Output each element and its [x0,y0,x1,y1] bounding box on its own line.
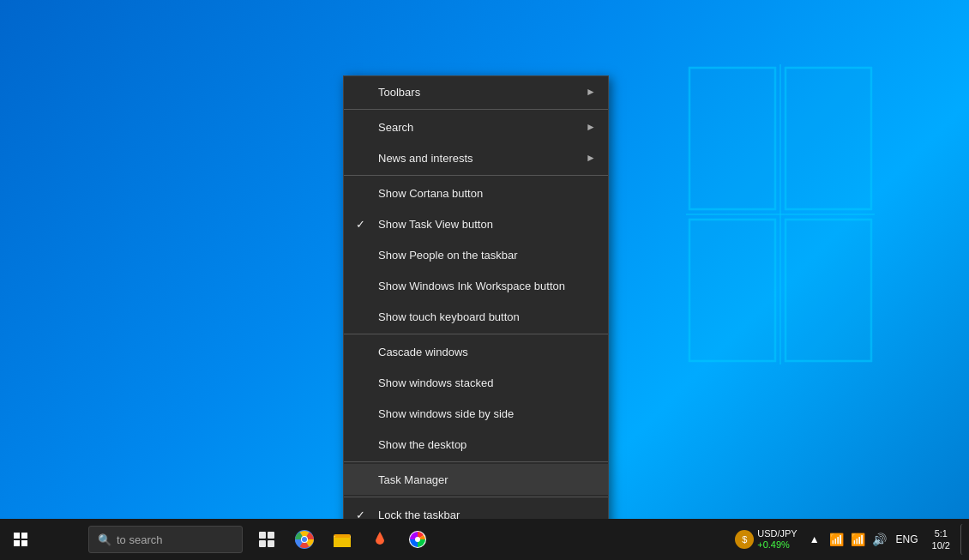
ticker-widget[interactable]: $ USD/JPY +0.49% [730,527,802,552]
language-selector[interactable]: ENG [893,532,922,547]
task-view-icon [258,531,275,548]
ticker-change: +0.49% [757,539,797,551]
context-menu: Toolbars ► Search ► News and interests ►… [343,75,609,560]
clock-date: 10/2 [932,539,950,551]
app-icon-4[interactable] [363,522,397,557]
separator-3 [344,334,608,334]
task-manager-label: Task Manager [378,473,448,486]
show-cortana-label: Show Cortana button [378,187,483,200]
taskbar: 🔍 to search [0,519,969,560]
ticker-symbol: USD/JPY [757,528,797,539]
svg-rect-2 [689,68,775,209]
menu-item-show-ink-workspace[interactable]: Show Windows Ink Workspace button [344,270,608,301]
news-interests-arrow: ► [586,152,596,164]
cascade-windows-label: Cascade windows [378,346,468,358]
search-placeholder: to search [117,533,162,546]
show-stacked-label: Show windows stacked [378,376,493,389]
show-side-by-side-label: Show windows side by side [378,407,514,420]
svg-point-19 [415,537,420,542]
file-explorer-icon[interactable] [325,522,359,557]
show-task-view-label: Show Task View button [378,218,493,231]
toolbars-label: Toolbars [378,86,420,99]
show-desktop-label: Show the desktop [378,438,466,451]
tray-icons: 📶 📶 🔊 [827,531,889,548]
news-interests-label: News and interests [378,152,473,165]
menu-item-show-touch-keyboard[interactable]: Show touch keyboard button [344,301,608,332]
app-icon-5[interactable] [400,522,435,557]
search-label: Search [378,121,413,134]
svg-rect-4 [689,220,775,361]
menu-item-show-desktop[interactable]: Show the desktop [344,429,608,460]
separator-2 [344,175,608,176]
search-arrow: ► [586,121,596,133]
menu-item-show-side-by-side[interactable]: Show windows side by side [344,398,608,429]
task-view-checkmark: ✓ [356,218,365,231]
volume-icon[interactable]: 🔊 [870,531,889,548]
svg-rect-17 [334,538,351,547]
search-icon: 🔍 [98,533,111,546]
network-wired-icon[interactable]: 📶 [827,531,846,548]
show-desktop-button[interactable] [960,524,966,555]
taskbar-search-bar[interactable]: 🔍 to search [88,526,243,553]
separator-1 [344,109,608,110]
separator-4 [344,461,608,462]
chrome-logo-icon [295,530,314,549]
system-tray: $ USD/JPY +0.49% ▲ 📶 📶 🔊 ENG 5:1 10/2 [730,524,969,555]
clock-time: 5:1 [935,527,948,539]
droplet-icon [370,530,389,549]
tray-overflow-button[interactable]: ▲ [806,532,823,547]
toolbars-arrow: ► [586,86,596,98]
svg-rect-5 [785,220,871,361]
wifi-icon[interactable]: 📶 [848,531,868,548]
show-touch-keyboard-label: Show touch keyboard button [378,310,520,323]
file-explorer-logo-icon [333,530,352,549]
svg-rect-6 [259,532,266,539]
language-label: ENG [896,533,918,545]
svg-rect-8 [259,540,266,547]
show-people-label: Show People on the taskbar [378,249,518,262]
show-ink-workspace-label: Show Windows Ink Workspace button [378,280,565,292]
svg-rect-3 [785,68,871,209]
menu-item-news-interests[interactable]: News and interests ► [344,142,608,173]
menu-item-show-stacked[interactable]: Show windows stacked [344,367,608,398]
menu-item-cascade-windows[interactable]: Cascade windows [344,336,608,367]
task-view-button[interactable] [250,522,284,557]
windows-logo-icon [14,533,27,546]
menu-item-toolbars[interactable]: Toolbars ► [344,76,608,107]
menu-item-search[interactable]: Search ► [344,111,608,142]
svg-rect-9 [268,540,274,547]
svg-point-14 [302,537,307,542]
menu-item-show-cortana[interactable]: Show Cortana button [344,178,608,208]
start-button[interactable] [0,519,41,560]
multicolor-app-icon [408,530,427,549]
chrome-icon[interactable] [287,522,322,557]
svg-rect-7 [268,532,274,539]
desktop-logo [686,64,875,364]
menu-item-task-manager[interactable]: Task Manager [344,464,608,495]
clock[interactable]: 5:1 10/2 [925,527,957,552]
separator-5 [344,497,608,497]
menu-item-show-people[interactable]: Show People on the taskbar [344,239,608,270]
menu-item-show-task-view[interactable]: ✓ Show Task View button [344,208,608,239]
ticker-icon: $ [735,530,754,549]
taskbar-app-icons [250,522,435,557]
